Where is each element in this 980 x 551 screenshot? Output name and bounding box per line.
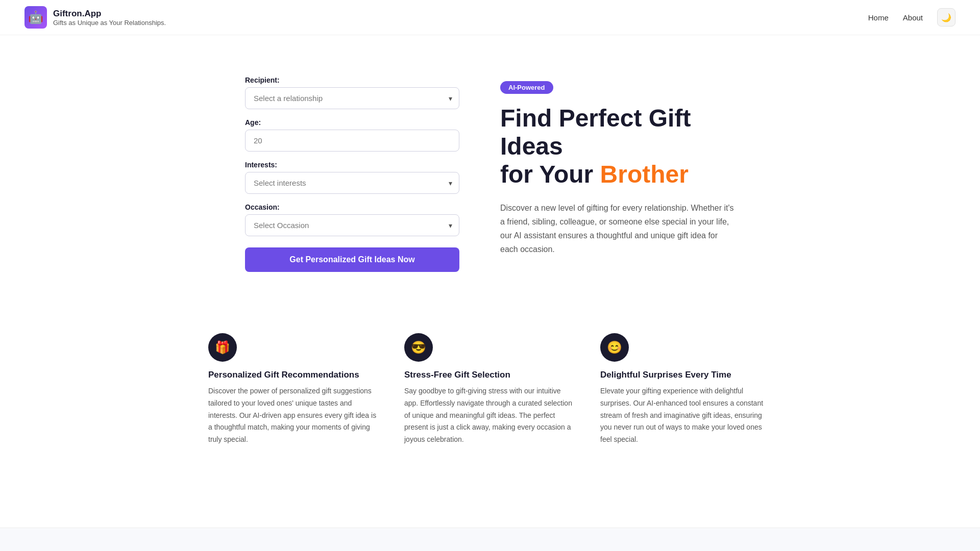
ai-powered-badge: AI-Powered <box>500 81 553 94</box>
features-section: 🎁 Personalized Gift Recommendations Disc… <box>0 303 980 528</box>
interests-label: Interests: <box>245 161 459 169</box>
feature-desc-2: Elevate your gifting experience with del… <box>600 385 772 446</box>
hero-text-panel: AI-Powered Find Perfect Gift Ideas for Y… <box>500 76 735 256</box>
nav-home-link[interactable]: Home <box>868 13 889 22</box>
occasion-select-wrapper: Select Occasion Birthday Christmas Anniv… <box>245 214 459 236</box>
interests-select-wrapper: Select interests Sports Music Technology… <box>245 172 459 194</box>
feature-icon-2: 😊 <box>600 333 629 362</box>
brand-logo: 🤖 <box>24 6 47 29</box>
occasion-select[interactable]: Select Occasion Birthday Christmas Anniv… <box>245 214 459 236</box>
gift-form: Recipient: Select a relationship Brother… <box>245 76 459 272</box>
brand-title: Giftron.App <box>53 9 166 19</box>
occasion-group: Occasion: Select Occasion Birthday Chris… <box>245 203 459 236</box>
hero-description: Discover a new level of gifting for ever… <box>500 201 735 257</box>
feature-desc-1: Say goodbye to gift-giving stress with o… <box>404 385 576 446</box>
moon-icon: 🌙 <box>941 13 951 22</box>
nav-links: Home About 🌙 <box>868 8 955 27</box>
brand-text: Giftron.App Gifts as Unique as Your Rela… <box>53 9 166 27</box>
features-grid: 🎁 Personalized Gift Recommendations Disc… <box>208 333 772 446</box>
hero-heading: Find Perfect Gift Ideas for Your Brother <box>500 104 735 189</box>
brand-subtitle: Gifts as Unique as Your Relationships. <box>53 19 166 27</box>
age-input[interactable] <box>245 130 459 152</box>
occasion-label: Occasion: <box>245 203 459 211</box>
hero-heading-highlight: Brother <box>600 161 689 188</box>
feature-title-2: Delightful Surprises Every Time <box>600 370 772 380</box>
feature-icon-0: 🎁 <box>208 333 237 362</box>
interests-select[interactable]: Select interests Sports Music Technology… <box>245 172 459 194</box>
nav-about-link[interactable]: About <box>903 13 923 22</box>
footer: Company HomeAbout Us <box>0 528 980 551</box>
feature-title-1: Stress-Free Gift Selection <box>404 370 576 380</box>
age-group: Age: <box>245 118 459 152</box>
recipient-group: Recipient: Select a relationship Brother… <box>245 76 459 109</box>
age-label: Age: <box>245 118 459 127</box>
logo-emoji: 🤖 <box>28 10 43 24</box>
submit-button[interactable]: Get Personalized Gift Ideas Now <box>245 247 459 272</box>
brand: 🤖 Giftron.App Gifts as Unique as Your Re… <box>24 6 166 29</box>
feature-card-0: 🎁 Personalized Gift Recommendations Disc… <box>208 333 380 446</box>
features-grid-wrapper: 🎁 Personalized Gift Recommendations Disc… <box>184 303 796 487</box>
theme-toggle-button[interactable]: 🌙 <box>937 8 955 27</box>
interests-group: Interests: Select interests Sports Music… <box>245 161 459 194</box>
recipient-select[interactable]: Select a relationship Brother Sister Fri… <box>245 87 459 109</box>
recipient-select-wrapper: Select a relationship Brother Sister Fri… <box>245 87 459 109</box>
feature-desc-0: Discover the power of personalized gift … <box>208 385 380 446</box>
hero-section: Recipient: Select a relationship Brother… <box>184 35 796 303</box>
recipient-label: Recipient: <box>245 76 459 84</box>
feature-title-0: Personalized Gift Recommendations <box>208 370 380 380</box>
hero-heading-line1: Find Perfect Gift Ideas <box>500 105 691 160</box>
feature-icon-1: 😎 <box>404 333 433 362</box>
navbar: 🤖 Giftron.App Gifts as Unique as Your Re… <box>0 0 980 35</box>
feature-card-1: 😎 Stress-Free Gift Selection Say goodbye… <box>404 333 576 446</box>
feature-card-2: 😊 Delightful Surprises Every Time Elevat… <box>600 333 772 446</box>
hero-heading-line2-plain: for Your <box>500 161 600 188</box>
